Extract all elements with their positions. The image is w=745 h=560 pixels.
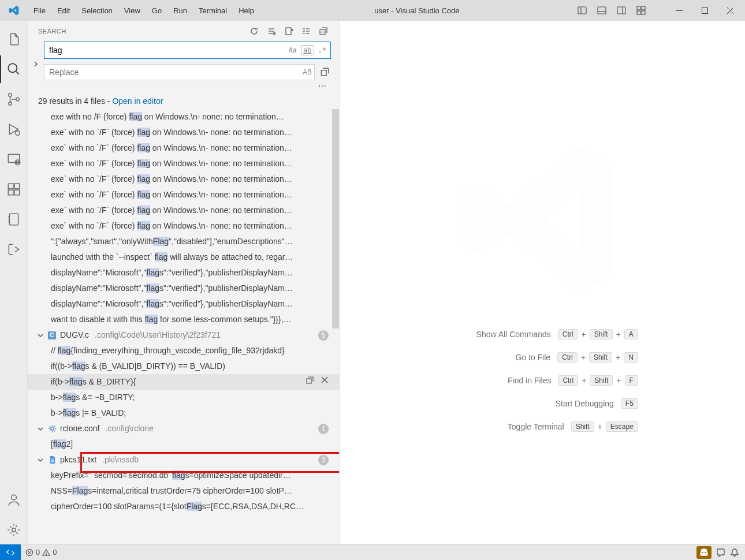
- menu-terminal[interactable]: Terminal: [193, 3, 233, 18]
- svg-line-15: [16, 71, 18, 74]
- search-result-line[interactable]: exe` with no `/F` (force) flag on Window…: [28, 218, 339, 234]
- search-result-line[interactable]: exe` with no `/F` (force) flag on Window…: [28, 156, 339, 171]
- search-result-line[interactable]: exe with no /F (force) flag on Windows.\…: [28, 109, 339, 125]
- shortcut-keys: F5: [621, 398, 638, 409]
- layout-sidebar-left-icon[interactable]: [574, 2, 590, 18]
- title-bar: File Edit Selection View Go Run Terminal…: [0, 0, 745, 21]
- layout-sidebar-right-icon[interactable]: [613, 2, 629, 18]
- activity-account-icon[interactable]: [0, 486, 28, 514]
- match-case-icon[interactable]: Aa: [287, 46, 299, 55]
- use-regex-icon[interactable]: .*: [316, 46, 328, 55]
- replace-all-icon[interactable]: [319, 66, 331, 78]
- activity-settings-icon[interactable]: [0, 516, 28, 544]
- refresh-icon[interactable]: [249, 26, 259, 36]
- menu-help[interactable]: Help: [233, 3, 260, 18]
- svg-rect-27: [14, 184, 20, 189]
- open-in-editor-link[interactable]: Open in editor: [112, 96, 163, 106]
- activity-explorer-icon[interactable]: [0, 25, 28, 53]
- match-count-badge: 1: [318, 424, 329, 434]
- activity-extensions-icon[interactable]: [0, 176, 28, 203]
- activity-scm-icon[interactable]: [0, 85, 28, 113]
- search-result-line[interactable]: if((b->flags & (B_VALID|B_DIRTY)) == B_V…: [28, 359, 339, 374]
- svg-rect-6: [637, 6, 640, 10]
- search-result-line[interactable]: if(b->flags & B_DIRTY){: [28, 374, 339, 390]
- copilot-status-icon[interactable]: [696, 546, 712, 559]
- search-file-group[interactable]: CDUGV.c.config\Code\User\History\2f23f72…: [28, 327, 339, 343]
- svg-rect-11: [702, 8, 707, 13]
- activity-run-icon[interactable]: [0, 115, 28, 143]
- chevron-down-icon: [37, 333, 44, 338]
- collapse-all-icon[interactable]: [318, 26, 329, 36]
- menu-edit[interactable]: Edit: [51, 3, 76, 18]
- search-result-line[interactable]: ":["always","smart","onlyWithFlag","disa…: [28, 234, 339, 249]
- new-search-editor-icon[interactable]: [284, 26, 294, 36]
- search-result-line[interactable]: b->flags &= ~B_DIRTY;: [28, 390, 339, 405]
- view-as-tree-icon[interactable]: [301, 26, 311, 36]
- window-maximize-icon[interactable]: [692, 0, 717, 21]
- feedback-icon[interactable]: [716, 548, 725, 557]
- search-result-line[interactable]: displayName":"Microsoft","flags":"verifi…: [28, 281, 339, 296]
- search-result-line[interactable]: cipherOrder=100 slotParams=(1={slotFlags…: [28, 499, 339, 514]
- svg-rect-9: [642, 11, 645, 14]
- shortcut-label: Show All Commands: [447, 330, 551, 339]
- layout-panel-icon[interactable]: [594, 2, 610, 18]
- shortcut-label: Go to File: [446, 353, 550, 362]
- search-result-line[interactable]: exe` with no `/F` (force) flag on Window…: [28, 140, 339, 156]
- search-results-list[interactable]: exe with no /F (force) flag on Windows.\…: [28, 109, 339, 544]
- dismiss-result-icon[interactable]: [321, 376, 329, 385]
- editor-area: Show All CommandsCtrl+Shift+AGo to FileC…: [340, 21, 745, 544]
- activity-output-icon[interactable]: [0, 236, 28, 263]
- search-result-line[interactable]: b->flags |= B_VALID;: [28, 405, 339, 421]
- activity-search-icon[interactable]: [0, 55, 28, 83]
- menu-view[interactable]: View: [118, 3, 146, 18]
- menu-file[interactable]: File: [28, 3, 51, 18]
- search-result-line[interactable]: displayName":"Microsoft","flags":"verifi…: [28, 296, 339, 312]
- toggle-search-details-icon[interactable]: ⋯: [28, 80, 339, 91]
- svg-rect-24: [8, 184, 13, 189]
- key: Shift: [571, 421, 594, 432]
- status-bar: 0 0: [0, 544, 745, 560]
- search-result-line[interactable]: [flag2]: [28, 436, 339, 452]
- search-file-group[interactable]: pkcs11.txt.pki\nssdb3: [28, 452, 339, 468]
- search-result-line[interactable]: // flag{finding_everything_through_vscod…: [28, 343, 339, 359]
- svg-point-16: [8, 94, 11, 96]
- toggle-replace-chevron-icon[interactable]: [31, 42, 40, 67]
- window-minimize-icon[interactable]: [666, 0, 692, 21]
- search-result-line[interactable]: exe` with no `/F` (force) flag on Window…: [28, 187, 339, 203]
- layout-customize-icon[interactable]: [633, 2, 649, 18]
- menu-run[interactable]: Run: [167, 3, 193, 18]
- search-result-line[interactable]: exe` with no `/F` (force) flag on Window…: [28, 203, 339, 218]
- search-result-line[interactable]: want to disable it with this flag for so…: [28, 312, 339, 327]
- menu-selection[interactable]: Selection: [76, 3, 118, 18]
- window-close-icon[interactable]: [717, 0, 743, 21]
- clear-results-icon[interactable]: [266, 26, 277, 36]
- search-result-line[interactable]: keyPrefix='' secmod='secmod.db' flags=op…: [28, 468, 339, 483]
- file-path: .config\Code\User\History\2f23f721: [95, 327, 221, 343]
- replace-single-icon[interactable]: [306, 376, 315, 385]
- search-input[interactable]: [49, 46, 287, 55]
- notifications-icon[interactable]: [730, 548, 739, 557]
- search-result-line[interactable]: exe` with no `/F` (force) flag on Window…: [28, 171, 339, 187]
- search-result-line[interactable]: exe` with no `/F` (force) flag on Window…: [28, 125, 339, 140]
- match-count-badge: 5: [318, 330, 329, 341]
- search-input-wrap: Aa ab .*: [44, 42, 331, 59]
- svg-point-59: [46, 554, 47, 555]
- chevron-down-icon: [37, 426, 44, 432]
- replace-input[interactable]: [49, 68, 303, 77]
- search-file-group[interactable]: rclone.conf.config\rclone1: [28, 421, 339, 436]
- activity-remote-icon[interactable]: [0, 145, 28, 173]
- shortcut-label: Start Debugging: [510, 399, 614, 408]
- preserve-case-icon[interactable]: AB: [303, 68, 312, 76]
- search-result-line[interactable]: NSS=Flags=internal,critical trustOrder=7…: [28, 483, 339, 499]
- welcome-shortcuts: Show All CommandsCtrl+Shift+AGo to FileC…: [446, 329, 638, 432]
- shortcut-label: Find in Files: [447, 376, 551, 385]
- status-problems[interactable]: 0 0: [21, 548, 61, 557]
- search-result-line[interactable]: launched with the `--inspect` flag will …: [28, 249, 339, 265]
- match-whole-word-icon[interactable]: ab: [301, 45, 314, 55]
- menu-go[interactable]: Go: [146, 3, 167, 18]
- activity-notebook-icon[interactable]: [0, 206, 28, 233]
- svg-point-19: [15, 131, 20, 136]
- remote-indicator-icon[interactable]: [0, 544, 21, 561]
- search-result-line[interactable]: displayName":"Microsoft","flags":"verifi…: [28, 265, 339, 281]
- replace-input-wrap: AB: [44, 64, 315, 80]
